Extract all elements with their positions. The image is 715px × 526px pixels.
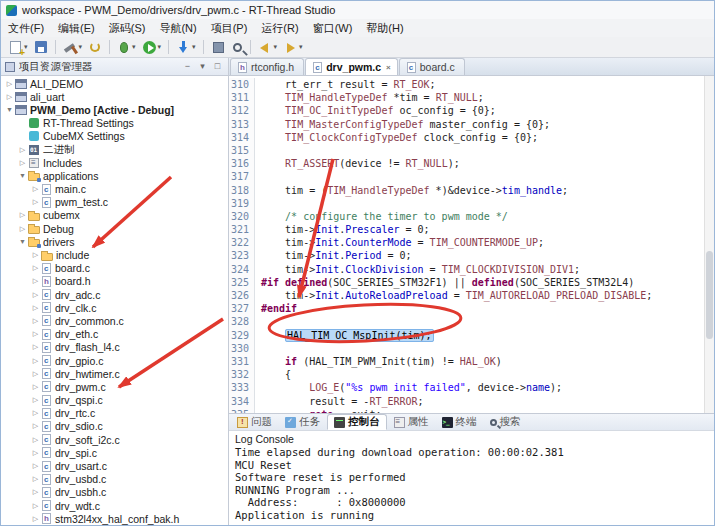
tree-item[interactable]: ▷drv_sdio.c	[1, 420, 228, 433]
expand-arrow-icon[interactable]: ▷	[4, 80, 15, 88]
panel-tab-problems[interactable]: 问题	[231, 414, 278, 430]
dropdown-arrow-icon[interactable]: ▾	[79, 43, 83, 51]
code-line[interactable]: 313 TIM_MasterConfigTypeDef master_confi…	[229, 118, 704, 131]
expand-arrow-icon[interactable]: ▷	[30, 462, 41, 470]
expand-arrow-icon[interactable]: ▷	[30, 291, 41, 299]
menu-item[interactable]: 项目(P)	[204, 20, 255, 37]
expand-arrow-icon[interactable]: ▼	[4, 106, 15, 113]
code-line[interactable]: 315	[229, 144, 704, 157]
code-line[interactable]: 326 tim->Init.AutoReloadPreload = TIM_AU…	[229, 289, 704, 302]
tree-item[interactable]: ▷Includes	[1, 156, 228, 169]
menu-item[interactable]: 运行(R)	[254, 20, 305, 37]
tree-item[interactable]: ▷drv_wdt.c	[1, 499, 228, 512]
tree-item[interactable]: ▷drv_flash_l4.c	[1, 341, 228, 354]
tree-item[interactable]: ▷drv_eth.c	[1, 328, 228, 341]
tree-item[interactable]: ▷board.c	[1, 262, 228, 275]
tree-item[interactable]: ▷board.h	[1, 275, 228, 288]
expand-arrow-icon[interactable]: ▼	[17, 172, 28, 179]
tree-item[interactable]: ▷drv_usbh.c	[1, 486, 228, 499]
scrollbar-thumb[interactable]	[706, 251, 713, 339]
code-line[interactable]: 332 {	[229, 368, 704, 381]
maximize-button[interactable]: □	[211, 60, 224, 73]
code-line[interactable]: 334 result = -RT_ERROR;	[229, 395, 704, 408]
expand-arrow-icon[interactable]: ▷	[30, 422, 41, 430]
tree-item[interactable]: ▷cubemx	[1, 209, 228, 222]
menu-item[interactable]: 编辑(E)	[51, 20, 102, 37]
expand-arrow-icon[interactable]: ▷	[30, 475, 41, 483]
code-line[interactable]: 327#endif	[229, 302, 704, 315]
expand-arrow-icon[interactable]: ▷	[17, 225, 28, 233]
expand-arrow-icon[interactable]: ▷	[30, 304, 41, 312]
tree-item[interactable]: ▷二进制	[1, 143, 228, 156]
close-icon[interactable]: ×	[386, 63, 391, 72]
build-button[interactable]: ▾	[61, 39, 85, 56]
expand-arrow-icon[interactable]: ▷	[30, 409, 41, 417]
debug-button[interactable]: ▾	[115, 39, 138, 56]
editor-body[interactable]: 310 rt_err_t result = RT_EOK;311 TIM_Han…	[229, 76, 714, 413]
code-line[interactable]: 331 if (HAL_TIM_PWM_Init(tim) != HAL_OK)	[229, 355, 704, 368]
code-line[interactable]: 314 TIM_ClockConfigTypeDef clock_config …	[229, 131, 704, 144]
expand-arrow-icon[interactable]: ▷	[30, 330, 41, 338]
expand-arrow-icon[interactable]: ▷	[30, 396, 41, 404]
code-line[interactable]: 325#if defined(SOC_SERIES_STM32F1) || de…	[229, 276, 704, 289]
save-button[interactable]	[32, 39, 50, 55]
expand-arrow-icon[interactable]: ▷	[30, 185, 41, 193]
tree-item[interactable]: CubeMX Settings	[1, 130, 228, 143]
tree-item[interactable]: ▷ALI_DEMO	[1, 77, 228, 90]
tree-item[interactable]: ▷drv_spi.c	[1, 446, 228, 459]
code-line[interactable]: 310 rt_err_t result = RT_EOK;	[229, 78, 704, 91]
tree-item[interactable]: ▷drv_qspi.c	[1, 394, 228, 407]
expand-arrow-icon[interactable]: ▷	[30, 370, 41, 378]
expand-arrow-icon[interactable]: ▷	[17, 159, 28, 167]
tree-item[interactable]: ▷drv_usbd.c	[1, 473, 228, 486]
editor-tab[interactable]: board.c	[399, 58, 465, 75]
dropdown-arrow-icon[interactable]: ▾	[299, 43, 303, 51]
tree-item[interactable]: ▷drv_hwtimer.c	[1, 367, 228, 380]
editor-tab[interactable]: drv_pwm.c×	[305, 58, 398, 75]
code-line[interactable]: 330	[229, 342, 704, 355]
expand-arrow-icon[interactable]: ▷	[30, 251, 41, 259]
code-line[interactable]: 321 tim->Init.Prescaler = 0;	[229, 223, 704, 236]
menu-item[interactable]: 文件(F)	[1, 20, 51, 37]
console-view[interactable]: Log Console Time elapsed during download…	[229, 431, 714, 525]
code-line[interactable]: 317	[229, 170, 704, 183]
tree-item[interactable]: ▷drv_gpio.c	[1, 354, 228, 367]
code-line[interactable]: 324 tim->Init.ClockDivision = TIM_CLOCKD…	[229, 263, 704, 276]
refresh-button[interactable]	[86, 39, 104, 55]
expand-arrow-icon[interactable]: ▷	[30, 383, 41, 391]
back-button[interactable]: ▾	[256, 39, 280, 56]
tree-item[interactable]: ▷stm32l4xx_hal_conf_bak.h	[1, 512, 228, 525]
code-area[interactable]: 310 rt_err_t result = RT_EOK;311 TIM_Han…	[229, 76, 704, 413]
expand-arrow-icon[interactable]: ▷	[30, 264, 41, 272]
expand-arrow-icon[interactable]: ▷	[17, 211, 28, 219]
tree-item[interactable]: RT-Thread Settings	[1, 117, 228, 130]
panel-tab-search[interactable]: 搜索	[484, 414, 527, 430]
tree-item[interactable]: ▼applications	[1, 169, 228, 182]
tree-item[interactable]: ▷drv_common.c	[1, 314, 228, 327]
panel-tab-tasks[interactable]: 任务	[279, 414, 326, 430]
editor-scrollbar[interactable]	[704, 76, 714, 413]
tree-item[interactable]: ▼drivers	[1, 235, 228, 248]
dropdown-arrow-icon[interactable]: ▾	[132, 43, 136, 51]
expand-arrow-icon[interactable]: ▼	[17, 238, 28, 245]
tree-item[interactable]: ▷drv_usart.c	[1, 459, 228, 472]
expand-arrow-icon[interactable]: ▷	[30, 449, 41, 457]
code-line[interactable]: 316 RT_ASSERT(device != RT_NULL);	[229, 157, 704, 170]
code-line[interactable]: 311 TIM_HandleTypeDef *tim = RT_NULL;	[229, 91, 704, 104]
tree-item[interactable]: ▷drv_rtc.c	[1, 407, 228, 420]
tree-item[interactable]: ▷drv_clk.c	[1, 301, 228, 314]
expand-arrow-icon[interactable]: ▷	[30, 343, 41, 351]
code-line[interactable]: 329 HAL_TIM_OC_MspInit(tim);	[229, 329, 704, 342]
code-line[interactable]: 318 tim = (TIM_HandleTypeDef *)&device->…	[229, 184, 704, 197]
expand-arrow-icon[interactable]: ▷	[30, 436, 41, 444]
menu-item[interactable]: 导航(N)	[152, 20, 203, 37]
dropdown-arrow-icon[interactable]: ▾	[192, 43, 196, 51]
tree-item[interactable]: ▷main.c	[1, 183, 228, 196]
tree-item[interactable]: ▷pwm_test.c	[1, 196, 228, 209]
dropdown-arrow-icon[interactable]: ▾	[274, 43, 278, 51]
editor-tab[interactable]: rtconfig.h	[230, 58, 304, 75]
tree-item[interactable]: ▼PWM_Demo [Active - Debug]	[1, 103, 228, 116]
view-menu-button[interactable]: ▾	[196, 60, 209, 73]
expand-arrow-icon[interactable]: ▷	[30, 515, 41, 523]
tree-item[interactable]: ▷ali_uart	[1, 90, 228, 103]
